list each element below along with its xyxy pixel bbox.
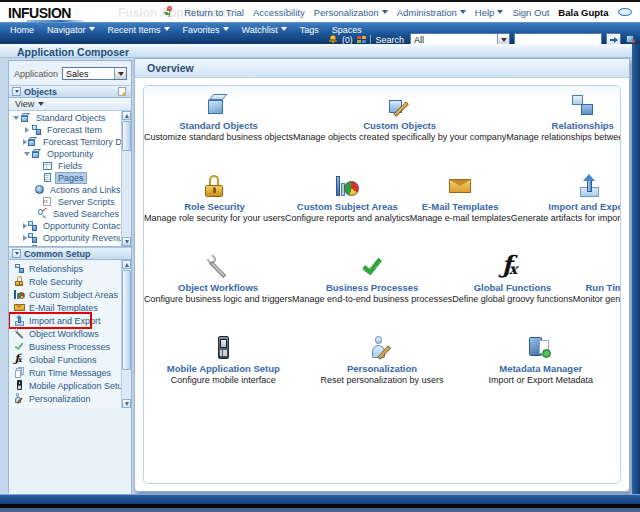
menu-item-watchlist[interactable]: Watchlist [242,25,287,35]
tile-title-link[interactable]: Import and Export [511,201,621,212]
scroll-thumb[interactable] [122,121,131,151]
tree-node-forecast-territory-details[interactable]: Forecast Territory Details [9,136,121,148]
sidebar-item-role-security[interactable]: Role Security [9,275,121,288]
tree-node-saved-searches[interactable]: Saved Searches [9,208,121,220]
tile-title-link[interactable]: Custom Subject Areas [285,201,410,212]
tile-custom-subject-areas[interactable]: Custom Subject AreasConfigure reports an… [285,174,410,248]
tree-node-pages[interactable]: Pages [9,172,121,184]
tree-node-opportunity-revenue[interactable]: Opportunity Revenue [9,232,121,244]
topbar-link-administration[interactable]: Administration [397,7,466,18]
fx-icon[interactable] [500,255,524,279]
check-icon[interactable] [360,255,384,279]
topbar-link-personalization[interactable]: Personalization [314,7,388,18]
tile-title-link[interactable]: Role Security [144,201,285,212]
expander-expanded-icon[interactable] [23,152,31,156]
menu-item-tags[interactable]: Tags [300,25,319,35]
tile-metadata-manager[interactable]: Metadata ManagerImport or Export Metadat… [461,336,620,410]
tree-node-opportunity[interactable]: Opportunity [9,148,121,160]
expander-collapsed-icon[interactable] [23,127,31,133]
sidebar-item-personalization[interactable]: Personalization [9,392,121,405]
scroll-up-button[interactable] [122,260,131,269]
menu-item-recent-items[interactable]: Recent Items [108,25,170,35]
tile-run-time-messages[interactable]: Run Time MessagesMonitor generated messa… [573,255,621,329]
wrench-icon[interactable] [206,255,230,279]
tile-title-link[interactable]: Mobile Application Setup [144,363,303,374]
tile-relationships[interactable]: RelationshipsManage relationships betwee… [506,93,621,167]
tile-business-processes[interactable]: Business ProcessesManage end-to-end busi… [292,255,452,329]
scroll-thumb[interactable] [122,270,131,370]
sidebar-item-global-functions[interactable]: Global Functions [9,353,121,366]
tree-scrollbar[interactable] [121,111,131,246]
notifications-bell-icon[interactable] [328,35,338,45]
topbar-link-return-to-trial[interactable]: Return to Trial [184,7,244,18]
topbar-link-sign-out[interactable]: Sign Out [512,7,549,18]
tree-node-actions-and-links[interactable]: Actions and Links [9,184,121,196]
cubes-icon [27,221,38,232]
scroll-down-button[interactable] [122,399,131,408]
tile-title-link[interactable]: Standard Objects [144,120,293,131]
scroll-down-button[interactable] [122,237,131,246]
sidebar-item-custom-subject-areas[interactable]: Custom Subject Areas [9,288,121,301]
tree-node-fields[interactable]: Fields [9,160,121,172]
menu-item-navigator[interactable]: Navigator [47,25,95,35]
tile-title-link[interactable]: Relationships [506,120,621,131]
tile-role-security[interactable]: Role SecurityManage role security for yo… [144,174,285,248]
tree-node-opportunity-contact[interactable]: Opportunity Contact [9,220,121,232]
menu-item-favorites[interactable]: Favorites [183,25,229,35]
tile-title-link[interactable]: Personalization [303,363,462,374]
menu-item-home[interactable]: Home [10,25,34,35]
view-menu-button[interactable]: View [15,99,44,109]
topbar-link-accessibility[interactable]: Accessibility [253,7,305,18]
tree-node-label: Actions and Links [48,185,123,195]
tree-node-clipped[interactable] [9,244,121,247]
cubes-icon[interactable] [571,93,595,117]
objects-section-header[interactable]: Objects [9,85,131,98]
collapse-icon[interactable] [12,87,21,96]
new-object-icon[interactable] [117,86,128,97]
list-scrollbar[interactable] [121,260,131,408]
tile-global-functions[interactable]: Global FunctionsDefine global groovy fun… [452,255,573,329]
chart-icon[interactable] [335,174,359,198]
pages-icon[interactable] [619,255,621,279]
tile-title-link[interactable]: Metadata Manager [461,363,620,374]
sidebar-item-business-processes[interactable]: Business Processes [9,340,121,353]
sidebar-item-object-workflows[interactable]: Object Workflows [9,327,121,340]
tile-title-link[interactable]: Custom Objects [293,120,506,131]
application-dropdown-button[interactable] [114,68,126,79]
topbar-link-help[interactable]: Help [475,7,504,18]
envelope-icon[interactable] [448,174,472,198]
cube-pencil-icon[interactable] [388,93,412,117]
sidebar-item-relationships[interactable]: Relationships [9,262,121,275]
metadata-icon[interactable] [529,336,553,360]
application-select[interactable]: Sales [62,67,127,80]
tile-e-mail-templates[interactable]: E-Mail TemplatesManage e-mail templates [410,174,511,248]
tile-personalization[interactable]: PersonalizationReset personalization by … [303,336,462,410]
sidebar-item-mobile-application-setup[interactable]: Mobile Application Setup [9,379,121,392]
scroll-up-button[interactable] [122,111,131,120]
cube-icon[interactable] [207,93,231,117]
upload-icon[interactable] [577,174,601,198]
tile-title-link[interactable]: Object Workflows [144,282,292,293]
person-pencil-icon[interactable] [370,336,394,360]
collapse-icon[interactable] [12,249,21,258]
tile-mobile-application-setup[interactable]: Mobile Application SetupConfigure mobile… [144,336,303,410]
lock-icon[interactable] [203,174,227,198]
tile-custom-objects[interactable]: Custom ObjectsManage objects created spe… [293,93,506,167]
tree-node-standard-objects[interactable]: Standard Objects [9,112,121,124]
tile-title-link[interactable]: E-Mail Templates [410,201,511,212]
tile-import-and-export[interactable]: Import and ExportGenerate artifacts for … [511,174,621,248]
tile-object-workflows[interactable]: Object WorkflowsConfigure business logic… [144,255,292,329]
expander-expanded-icon[interactable] [12,116,20,120]
phone-icon[interactable] [211,336,235,360]
tile-standard-objects[interactable]: Standard ObjectsCustomize standard busin… [144,93,293,167]
common-setup-section-header[interactable]: Common Setup [9,247,131,260]
tree-node-server-scripts[interactable]: Server Scripts [9,196,121,208]
tile-title-link[interactable]: Global Functions [452,282,573,293]
calendar-grid-icon[interactable] [356,35,366,45]
tile-title-link[interactable]: Run Time Messages [573,282,621,293]
sidebar-item-e-mail-templates[interactable]: E-Mail Templates [9,301,121,314]
sidebar-item-run-time-messages[interactable]: Run Time Messages [9,366,121,379]
tile-title-link[interactable]: Business Processes [292,282,452,293]
tree-node-forecast-item[interactable]: Forecast Item [9,124,121,136]
sidebar-item-import-and-export[interactable]: Import and Export [9,314,121,327]
